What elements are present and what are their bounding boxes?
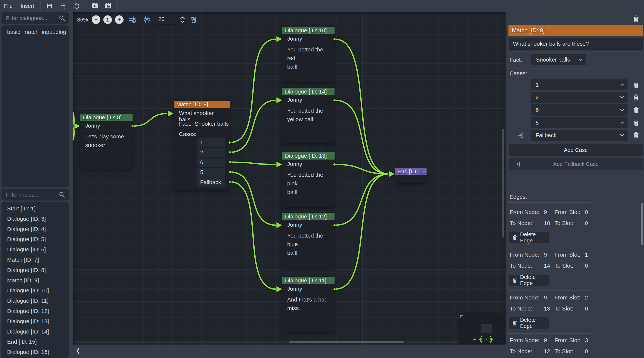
case-select[interactable]: 6 — [531, 104, 628, 116]
graph-node-title[interactable]: Dialogue [ID: 12] — [282, 213, 334, 220]
zoom-level-label: 86% — [77, 17, 88, 23]
node-list-item[interactable]: Dialogue [ID: 6] — [2, 245, 69, 255]
graph-node-9[interactable]: Match [ID: 9]What snooker balls...Fact:S… — [174, 101, 230, 190]
case-select[interactable]: Fallback — [531, 130, 628, 141]
question-input[interactable] — [509, 40, 643, 47]
case-trash-icon[interactable] — [632, 131, 640, 140]
node-case-chip[interactable]: 5 — [197, 168, 225, 177]
canvas-horizontal-scrollbar[interactable] — [289, 341, 404, 344]
node-list-item[interactable]: Dialogue [ID: 4] — [2, 224, 69, 234]
chevron-down-icon — [620, 83, 624, 86]
sidebar-collapse-chevron[interactable] — [74, 346, 82, 356]
graph-node-14[interactable]: Dialogue [ID: 14]JonnyYou potted theyell… — [282, 88, 334, 143]
graph-node-11[interactable]: Dialogue [ID: 11]JonnyAnd that's a badmi… — [282, 277, 334, 332]
zoom-in-button[interactable]: + — [115, 15, 124, 24]
node-list-item[interactable]: Dialogue [ID: 10] — [2, 286, 69, 296]
graph-node-13[interactable]: Dialogue [ID: 13]JonnyYou potted the pin… — [282, 152, 334, 207]
top-menu-bar: File Insert — [0, 0, 644, 12]
graph-canvas[interactable]: 86% − 1 + 20 Dialogue [ID: 8]JonnyLet's … — [73, 12, 506, 345]
menu-insert[interactable]: Insert — [17, 0, 38, 12]
graph-node-title[interactable]: Dialogue [ID: 11] — [282, 277, 334, 284]
node-list-item[interactable]: Dialogue [ID: 14] — [2, 327, 69, 337]
node-case-chip[interactable]: 2 — [197, 148, 225, 157]
fallback-enter-icon — [514, 161, 520, 168]
reorder-nodes-icon[interactable] — [58, 1, 68, 11]
grid-snap-toggle[interactable] — [126, 14, 138, 25]
menu-file[interactable]: File — [0, 0, 17, 12]
node-list-item[interactable]: Dialogue [ID: 8] — [2, 265, 69, 275]
node-list-item[interactable]: Dialogue [ID: 16] — [2, 347, 69, 357]
node-speaker: Jonny — [287, 97, 302, 103]
from-node-label: From Node: — [510, 209, 539, 215]
delete-node-trash-icon[interactable] — [632, 14, 641, 23]
dialogue-filter-input[interactable] — [2, 15, 59, 21]
from-node-value: 9 — [544, 337, 547, 344]
node-list-item[interactable]: Dialogue [ID: 12] — [2, 306, 69, 316]
divider — [178, 129, 226, 129]
case-select[interactable]: 1 — [531, 79, 628, 90]
divider — [286, 43, 330, 44]
chevron-down-icon — [620, 109, 624, 111]
delete-edge-button[interactable]: Delete Edge — [509, 275, 549, 286]
add-fallback-case-button[interactable]: Add Fallback Case — [509, 158, 643, 170]
node-case-chip[interactable]: 1 — [197, 138, 225, 147]
fact-select[interactable]: Snooker balls — [531, 54, 586, 65]
node-list-item[interactable]: Dialogue [ID: 13] — [2, 316, 69, 327]
add-case-button[interactable]: Add Case — [509, 144, 643, 156]
canvas-vertical-scrollbar[interactable] — [502, 129, 504, 238]
node-list-item[interactable]: Start [ID: 1] — [2, 204, 69, 214]
to-node-label: To Node: — [510, 306, 532, 312]
undo-icon[interactable] — [72, 1, 82, 11]
node-filter-input[interactable] — [2, 192, 59, 198]
from-node-label: From Node: — [510, 252, 539, 258]
graph-node-15[interactable]: End [ID: 15] — [395, 168, 426, 183]
node-list-panel: Start [ID: 1]Dialogue [ID: 3]Dialogue [I… — [2, 202, 69, 358]
delete-edge-button[interactable]: Delete Edge — [509, 318, 549, 329]
node-case-chip[interactable]: 6 — [197, 158, 225, 167]
to-slot-value: 0 — [585, 306, 588, 312]
delete-edge-button[interactable]: Delete Edge — [509, 232, 549, 243]
snap-distance-toggle[interactable] — [141, 14, 153, 25]
case-trash-icon[interactable] — [632, 93, 640, 102]
snap-step-field[interactable]: 20 — [156, 14, 178, 25]
save-icon[interactable] — [44, 1, 55, 11]
inspector-scrollbar[interactable] — [641, 203, 643, 245]
node-list-item[interactable]: End [ID: 15] — [2, 337, 69, 347]
graph-node-title[interactable]: Dialogue [ID: 14] — [282, 88, 334, 95]
toolbar-separator — [86, 0, 86, 11]
graph-node-10[interactable]: Dialogue [ID: 10]JonnyYou potted the red… — [282, 27, 334, 82]
minimap-toggle[interactable] — [188, 14, 200, 25]
graph-node-8[interactable]: Dialogue [ID: 8]JonnyLet's play somesnoo… — [80, 114, 132, 169]
node-dialogue-text: You potted the blueball! — [287, 231, 332, 257]
graph-node-title[interactable]: Dialogue [ID: 13] — [282, 152, 334, 160]
to-node-value: 12 — [544, 348, 550, 355]
node-case-chip[interactable]: Fallback — [197, 178, 225, 187]
divider — [508, 291, 591, 291]
case-select[interactable]: 2 — [531, 92, 628, 103]
node-list-item[interactable]: Dialogue [ID: 5] — [2, 234, 69, 245]
node-list-item[interactable]: Match [ID: 7] — [2, 255, 69, 265]
to-node-value: 13 — [544, 306, 550, 312]
graph-node-title[interactable]: Dialogue [ID: 8] — [80, 114, 132, 121]
case-select[interactable]: 5 — [531, 117, 628, 128]
snap-step-spinner[interactable] — [180, 16, 185, 23]
case-trash-icon[interactable] — [632, 105, 640, 114]
node-list-item[interactable]: Dialogue [ID: 11] — [2, 296, 69, 306]
case-trash-icon[interactable] — [632, 80, 640, 89]
minimap-viewport[interactable] — [481, 325, 492, 333]
zoom-out-button[interactable]: − — [92, 15, 100, 24]
minimap[interactable] — [458, 313, 503, 343]
graph-node-title[interactable]: Match [ID: 9] — [174, 101, 230, 108]
to-node-label: To Node: — [510, 348, 532, 355]
case-trash-icon[interactable] — [632, 118, 640, 127]
video-play-icon[interactable] — [90, 1, 100, 11]
node-list-item[interactable]: Match [ID: 9] — [2, 275, 69, 286]
divider — [178, 118, 226, 118]
dialogue-list-item[interactable]: basic_match_input.dlog — [2, 27, 69, 37]
graph-node-title[interactable]: End [ID: 15] — [395, 168, 426, 175]
graph-node-12[interactable]: Dialogue [ID: 12]JonnyYou potted the blu… — [282, 213, 334, 268]
video-folder-icon[interactable] — [103, 1, 114, 11]
zoom-reset-button[interactable]: 1 — [103, 15, 112, 24]
graph-node-title[interactable]: Dialogue [ID: 10] — [282, 27, 334, 34]
node-list-item[interactable]: Dialogue [ID: 3] — [2, 214, 69, 224]
